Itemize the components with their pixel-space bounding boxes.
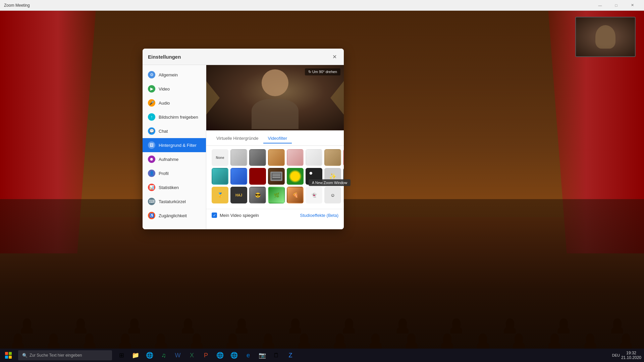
taskbar: 🔍 Zur Suche Text hier eingeben ⊞ 📁 🌐 ♫ W…: [0, 349, 644, 362]
nav-label-zugang: Zugänglichkeit: [159, 213, 187, 218]
filter-mustache[interactable]: 👻: [306, 187, 322, 203]
taskbar-app1[interactable]: 🌐: [143, 349, 156, 362]
nav-item-profil[interactable]: 👤 Profil: [143, 166, 206, 180]
filter-white[interactable]: [306, 149, 322, 166]
filter-leaves[interactable]: 🌿: [268, 187, 285, 203]
taskbar-zoom[interactable]: Z: [284, 349, 297, 362]
taskbar-edge[interactable]: e: [241, 349, 255, 362]
sparkle-icon: ✨: [329, 173, 336, 180]
filter-none[interactable]: None: [212, 149, 228, 166]
filter-gray-dark[interactable]: [249, 149, 266, 166]
taskbar-sys-tray: DEU: [612, 353, 620, 357]
logo-quad-4: [9, 356, 12, 359]
filter-pink[interactable]: [343, 149, 344, 166]
clock-date: 21.10.2020: [621, 355, 641, 360]
dialog-content: ↻ Um 90° drehen Virtuelle Hintergründe V…: [206, 65, 344, 229]
filter-tv[interactable]: [268, 168, 285, 185]
nav-label-hintergrund: Hintergrund & Filter: [159, 143, 197, 148]
nav-item-allgemein[interactable]: ⚙ Allgemein: [143, 68, 206, 82]
taskbar-powerpoint[interactable]: P: [199, 349, 213, 362]
filter-teal[interactable]: [212, 168, 228, 185]
studio-effects-link[interactable]: Studioeffekte (Beta): [300, 213, 338, 218]
nav-item-hintergrund[interactable]: 🖼 Hintergrund & Filter: [143, 138, 206, 152]
video-preview: ↻ Um 90° drehen: [206, 65, 344, 130]
nav-item-aufnahme[interactable]: ⏺ Aufnahme: [143, 152, 206, 166]
window-title: Zoom Meeting: [4, 3, 30, 8]
filter-pizza[interactable]: 🍕: [287, 187, 304, 203]
search-text: Zur Suche Text hier eingeben: [30, 353, 82, 358]
taskbar-explorer[interactable]: 📁: [129, 349, 142, 362]
filter-red[interactable]: [249, 168, 266, 185]
taskbar-chrome[interactable]: 🌐: [227, 349, 241, 362]
rotate-button[interactable]: ↻ Um 90° drehen: [305, 68, 340, 75]
nav-item-statistiken[interactable]: 📊 Statistiken: [143, 180, 206, 194]
nav-label-aufnahme: Aufnahme: [159, 157, 178, 162]
nav-label-video: Video: [159, 86, 170, 92]
lang-indicator: DEU: [612, 353, 620, 357]
close-window-button[interactable]: ✕: [625, 0, 640, 11]
filter-medal[interactable]: 🥇: [212, 187, 228, 203]
nav-icon-video: ▶: [148, 85, 155, 93]
clock-time: 19:32: [621, 351, 641, 355]
tooltip: A New Zoom Window: [309, 179, 351, 186]
taskbar-app5[interactable]: 🗒: [270, 349, 283, 362]
nav-item-tastatur[interactable]: ⌨ Tastaturkürzel: [143, 194, 206, 208]
nav-icon-profil: 👤: [148, 170, 155, 177]
taskbar-word[interactable]: W: [171, 349, 184, 362]
nav-icon-aufnahme: ⏺: [148, 156, 155, 163]
filter-grid: None: [206, 146, 344, 209]
nav-label-bildschirm: Bildschirm freigeben: [159, 115, 198, 120]
filter-row-1: None: [212, 149, 338, 166]
tab-virtuelle[interactable]: Virtuelle Hintergründe: [212, 134, 263, 143]
nav-item-video[interactable]: ▶ Video: [143, 82, 206, 96]
filter-glasses-cool[interactable]: 😎: [249, 187, 266, 203]
nav-label-chat: Chat: [159, 129, 168, 134]
hat-label: HAJ: [235, 193, 242, 197]
filter-sunflower[interactable]: [287, 168, 304, 185]
nav-icon-allgemein: ⚙: [148, 71, 155, 78]
nav-item-bildschirm[interactable]: ↑ Bildschirm freigeben: [143, 110, 206, 124]
mirror-label: Mein Video spiegeln: [220, 213, 259, 218]
filter-ghost[interactable]: ☺: [324, 187, 341, 203]
dialog-body: ⚙ Allgemein ▶ Video 🎤 Audio ↑ Bildschirm…: [143, 65, 344, 229]
dialog-close-button[interactable]: ✕: [330, 53, 338, 61]
filter-warm[interactable]: [268, 149, 285, 166]
filter-row-3: 🥇 HAJ 😎 🌿 🍕 👻: [212, 187, 338, 203]
mirror-checkbox-container[interactable]: Mein Video spiegeln: [212, 213, 259, 218]
filter-hat[interactable]: HAJ: [230, 187, 247, 203]
logo-quad-3: [5, 356, 8, 359]
window-titlebar: Zoom Meeting — □ ✕: [0, 0, 644, 11]
mirror-checkbox[interactable]: [212, 213, 217, 218]
nav-label-audio: Audio: [159, 101, 170, 106]
settings-nav: ⚙ Allgemein ▶ Video 🎤 Audio ↑ Bildschirm…: [143, 65, 206, 229]
taskbar-app3[interactable]: 🌐: [213, 349, 227, 362]
windows-logo: [5, 352, 12, 359]
taskbar-app2[interactable]: ♫: [157, 349, 170, 362]
window-controls: — □ ✕: [592, 0, 640, 11]
search-icon: 🔍: [22, 353, 28, 358]
filter-ears[interactable]: 🐼: [343, 187, 344, 203]
maximize-button[interactable]: □: [608, 0, 624, 11]
filter-tan[interactable]: [324, 149, 341, 166]
taskbar-app4[interactable]: 📷: [256, 349, 269, 362]
filter-pink-light[interactable]: [287, 149, 304, 166]
filter-none-label: None: [216, 156, 224, 160]
pizza-icon: 🍕: [292, 192, 298, 198]
nav-icon-bildschirm: ↑: [148, 113, 155, 121]
minimize-button[interactable]: —: [592, 0, 608, 11]
nav-item-chat[interactable]: 💬 Chat: [143, 124, 206, 138]
tab-videofilter[interactable]: Videofilter: [263, 134, 292, 143]
ghost-icon: 👻: [311, 192, 317, 198]
logo-quad-1: [5, 352, 8, 355]
filter-tabs: Virtuelle Hintergründe Videofilter: [206, 130, 344, 146]
nav-item-audio[interactable]: 🎤 Audio: [143, 96, 206, 110]
taskbar-taskview[interactable]: ⊞: [115, 349, 128, 362]
start-button[interactable]: [0, 349, 17, 362]
nav-icon-tastatur: ⌨: [148, 198, 155, 205]
taskbar-excel[interactable]: X: [185, 349, 199, 362]
nav-icon-zugang: ♿: [148, 212, 155, 219]
filter-gray-light[interactable]: [230, 149, 247, 166]
nav-item-zugang[interactable]: ♿ Zugänglichkeit: [143, 208, 206, 223]
taskbar-search[interactable]: 🔍 Zur Suche Text hier eingeben: [18, 350, 112, 360]
filter-blue[interactable]: [230, 168, 247, 185]
